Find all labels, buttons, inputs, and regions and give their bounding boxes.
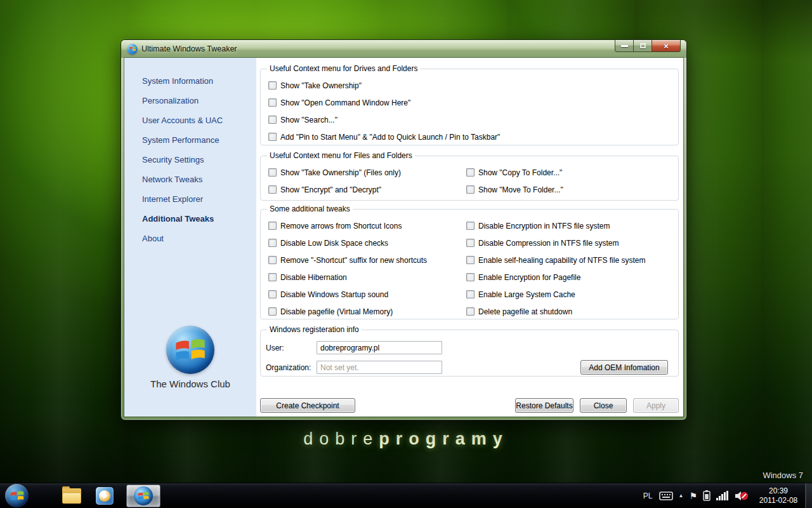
- checkbox-icon[interactable]: [466, 222, 475, 230]
- checkbox-icon[interactable]: [466, 256, 475, 264]
- group-drives-folders: Useful Context menu for Drives and Folde…: [260, 64, 679, 145]
- maximize-icon: [640, 43, 646, 48]
- checkbox-row-open-command-window[interactable]: Show "Open Command Window Here": [266, 94, 673, 111]
- sidebar-item-network-tweaks[interactable]: Network Tweaks: [124, 170, 256, 189]
- checkbox-icon[interactable]: [466, 273, 475, 281]
- checkbox-icon[interactable]: [268, 168, 277, 177]
- checkbox-icon[interactable]: [466, 239, 475, 247]
- windows-flag-icon: [10, 488, 25, 504]
- windows-club-logo-icon: [166, 326, 214, 374]
- group-files-folders: Useful Context menu for Files and Folder…: [260, 151, 679, 201]
- sidebar: System Information Personalization User …: [124, 58, 256, 417]
- keyboard-layout-icon[interactable]: [659, 491, 673, 500]
- checkbox-row-disable-ntfs-encryption[interactable]: Disable Encryption in NTFS file system: [464, 217, 673, 234]
- main-content: Useful Context menu for Drives and Folde…: [256, 58, 683, 417]
- network-signal-icon[interactable]: [716, 491, 729, 500]
- checkbox-icon[interactable]: [466, 290, 475, 298]
- minimize-button[interactable]: [615, 40, 634, 52]
- checkbox-icon[interactable]: [268, 116, 277, 124]
- checkbox-row-disable-ntfs-compression[interactable]: Disable Compression in NTFS file system: [464, 234, 673, 251]
- organization-field[interactable]: [317, 361, 442, 374]
- sidebar-item-additional-tweaks[interactable]: Additional Tweaks: [124, 209, 256, 229]
- taskbar-item-explorer[interactable]: [59, 483, 84, 508]
- checkbox-row-delete-pagefile-shutdown[interactable]: Delete pagefile at shutdown: [464, 303, 673, 320]
- tray-date: 2011-02-08: [754, 496, 802, 505]
- checkbox-row-disable-low-disk-checks[interactable]: Disable Low Disk Space checks: [266, 234, 464, 251]
- user-label: User:: [266, 344, 317, 352]
- sidebar-item-about[interactable]: About: [124, 229, 256, 248]
- group-additional-tweaks: Some additional tweaks Remove arrows fro…: [260, 204, 679, 319]
- group-additional-tweaks-title: Some additional tweaks: [267, 204, 353, 213]
- checkbox-row-enable-self-healing[interactable]: Enable self-healing capability of NTFS f…: [464, 251, 673, 269]
- checkbox-row-remove-shortcut-arrows[interactable]: Remove arrows from Shortcut Icons: [266, 217, 464, 234]
- language-indicator[interactable]: PL: [643, 491, 653, 500]
- window-title: Ultimate Windows Tweaker: [141, 44, 237, 53]
- checkbox-row-move-to-folder[interactable]: Show "Move To Folder...": [464, 181, 673, 198]
- close-dialog-button[interactable]: Close: [580, 398, 627, 413]
- checkbox-row-take-ownership-files[interactable]: Show "Take Ownership" (Files only): [266, 164, 464, 181]
- folder-icon: [62, 488, 81, 504]
- checkbox-icon[interactable]: [268, 185, 277, 194]
- media-player-icon: [96, 487, 114, 505]
- taskbar-item-ultimate-windows-tweaker-active[interactable]: [126, 485, 160, 507]
- footer-button-row: Create Checkpoint Restore Defaults Close…: [260, 398, 679, 413]
- group-files-folders-title: Useful Context menu for Files and Folder…: [267, 151, 415, 160]
- sidebar-item-internet-explorer[interactable]: Internet Explorer: [124, 189, 256, 209]
- sidebar-item-security-settings[interactable]: Security Settings: [124, 150, 256, 170]
- apply-button[interactable]: Apply: [633, 398, 679, 413]
- group-registration-title: Windows registeration info: [267, 325, 362, 334]
- checkbox-icon[interactable]: [268, 133, 277, 141]
- checkbox-icon[interactable]: [268, 222, 277, 230]
- sidebar-item-system-information[interactable]: System Information: [124, 71, 256, 91]
- action-center-icon[interactable]: ⚑: [689, 491, 697, 501]
- restore-defaults-button[interactable]: Restore Defaults: [515, 398, 573, 413]
- checkbox-row-pin-start-menu[interactable]: Add "Pin to Start Menu" & "Add to Quick …: [266, 128, 673, 145]
- checkbox-icon[interactable]: [268, 290, 277, 298]
- maximize-button[interactable]: [634, 40, 652, 52]
- checkbox-row-remove-shortcut-suffix[interactable]: Remove "-Shortcut" suffix for new shortc…: [266, 251, 464, 269]
- checkbox-row-encrypt-decrypt[interactable]: Show "Encrypt" and "Decrypt": [266, 181, 464, 198]
- user-field[interactable]: [317, 341, 442, 354]
- window-titlebar[interactable]: Ultimate Windows Tweaker ×: [121, 40, 686, 58]
- show-hidden-icons-button[interactable]: ▲: [679, 493, 684, 498]
- show-desktop-button[interactable]: [805, 483, 812, 508]
- add-oem-information-button[interactable]: Add OEM Infomation: [580, 360, 668, 375]
- checkbox-row-disable-startup-sound[interactable]: Disable Windows Startup sound: [266, 286, 464, 303]
- taskbar-item-media-player[interactable]: [92, 483, 117, 508]
- app-window: Ultimate Windows Tweaker × System Inform…: [121, 39, 687, 420]
- watermark-text-bold: programy: [379, 429, 509, 448]
- checkbox-icon[interactable]: [268, 273, 277, 281]
- checkbox-icon[interactable]: [466, 168, 475, 177]
- battery-icon[interactable]: [703, 490, 710, 501]
- windows-club-caption: The Windows Club: [124, 378, 256, 389]
- create-checkpoint-button[interactable]: Create Checkpoint: [260, 398, 355, 413]
- organization-label: Organization:: [266, 363, 317, 372]
- windows-version-watermark: Windows 7: [763, 471, 803, 480]
- checkbox-icon[interactable]: [268, 239, 277, 247]
- sidebar-item-user-accounts-uac[interactable]: User Accounts & UAC: [124, 110, 256, 130]
- checkbox-icon[interactable]: [466, 185, 475, 194]
- minimize-icon: [621, 45, 628, 47]
- checkbox-icon[interactable]: [268, 307, 277, 316]
- checkbox-row-show-take-ownership[interactable]: Show "Take Ownership": [266, 77, 673, 94]
- checkbox-row-copy-to-folder[interactable]: Show "Copy To Folder...": [464, 164, 673, 181]
- checkbox-row-disable-pagefile[interactable]: Disable pagefile (Virtual Memory): [266, 303, 464, 320]
- checkbox-row-enable-large-system-cache[interactable]: Enable Large System Cache: [464, 286, 673, 303]
- checkbox-icon[interactable]: [268, 256, 277, 264]
- checkbox-icon[interactable]: [268, 98, 277, 107]
- checkbox-row-show-search[interactable]: Show "Search...": [266, 111, 673, 128]
- checkbox-icon[interactable]: [268, 81, 277, 90]
- volume-muted-icon[interactable]: [735, 490, 749, 502]
- taskbar: PL ▲ ⚑: [0, 483, 812, 508]
- sidebar-item-system-performance[interactable]: System Performance: [124, 130, 256, 150]
- close-button[interactable]: ×: [652, 40, 681, 52]
- checkbox-row-enable-pagefile-encryption[interactable]: Enable Encryption for Pagefile: [464, 269, 673, 286]
- wallpaper-brand-watermark: dobreprogramy: [0, 429, 812, 449]
- checkbox-row-disable-hibernation[interactable]: Disable Hibernation: [266, 269, 464, 286]
- app-window-icon: [127, 44, 138, 55]
- taskbar-clock[interactable]: 20:39 2011-02-08: [754, 486, 802, 505]
- checkbox-icon[interactable]: [466, 307, 475, 316]
- windows-club-logo-block: The Windows Club: [124, 326, 256, 389]
- sidebar-item-personalization[interactable]: Personalization: [124, 91, 256, 110]
- start-button[interactable]: [5, 484, 29, 507]
